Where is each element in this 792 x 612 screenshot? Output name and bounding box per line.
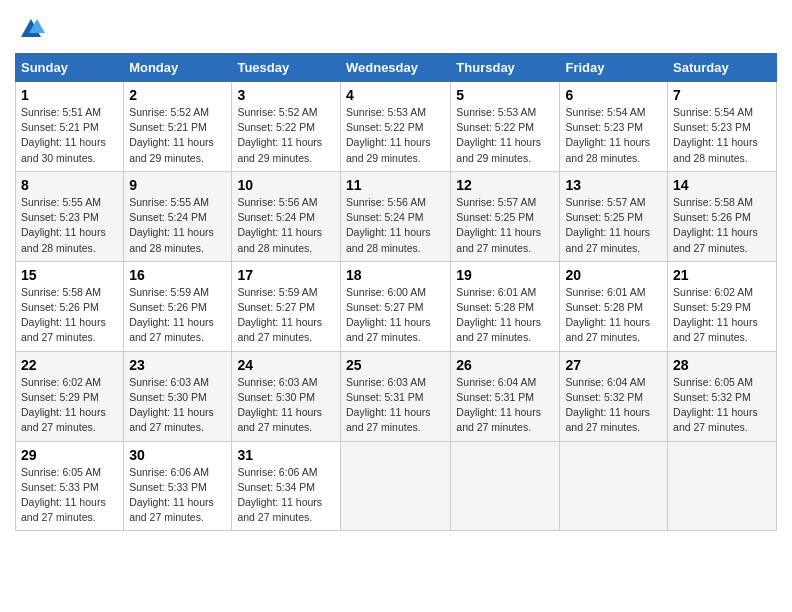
calendar-cell [560,441,668,531]
calendar-header-row: SundayMondayTuesdayWednesdayThursdayFrid… [16,54,777,82]
weekday-header: Monday [124,54,232,82]
calendar-cell: 24Sunrise: 6:03 AMSunset: 5:30 PMDayligh… [232,351,341,441]
calendar-cell [451,441,560,531]
calendar-cell: 5Sunrise: 5:53 AMSunset: 5:22 PMDaylight… [451,82,560,172]
weekday-header: Friday [560,54,668,82]
day-detail: Sunrise: 5:53 AMSunset: 5:22 PMDaylight:… [456,106,541,164]
day-detail: Sunrise: 5:59 AMSunset: 5:27 PMDaylight:… [237,286,322,344]
day-detail: Sunrise: 6:05 AMSunset: 5:33 PMDaylight:… [21,466,106,524]
day-number: 19 [456,267,554,283]
calendar-cell: 25Sunrise: 6:03 AMSunset: 5:31 PMDayligh… [340,351,450,441]
day-number: 18 [346,267,445,283]
day-number: 29 [21,447,118,463]
calendar-cell: 14Sunrise: 5:58 AMSunset: 5:26 PMDayligh… [668,171,777,261]
day-number: 24 [237,357,335,373]
day-number: 16 [129,267,226,283]
day-detail: Sunrise: 5:51 AMSunset: 5:21 PMDaylight:… [21,106,106,164]
calendar-cell: 15Sunrise: 5:58 AMSunset: 5:26 PMDayligh… [16,261,124,351]
calendar-cell: 27Sunrise: 6:04 AMSunset: 5:32 PMDayligh… [560,351,668,441]
day-detail: Sunrise: 5:54 AMSunset: 5:23 PMDaylight:… [565,106,650,164]
day-number: 1 [21,87,118,103]
day-number: 6 [565,87,662,103]
calendar-cell: 9Sunrise: 5:55 AMSunset: 5:24 PMDaylight… [124,171,232,261]
calendar-cell: 22Sunrise: 6:02 AMSunset: 5:29 PMDayligh… [16,351,124,441]
calendar-week-row: 15Sunrise: 5:58 AMSunset: 5:26 PMDayligh… [16,261,777,351]
day-detail: Sunrise: 5:54 AMSunset: 5:23 PMDaylight:… [673,106,758,164]
weekday-header: Thursday [451,54,560,82]
day-number: 26 [456,357,554,373]
day-detail: Sunrise: 5:53 AMSunset: 5:22 PMDaylight:… [346,106,431,164]
day-detail: Sunrise: 6:05 AMSunset: 5:32 PMDaylight:… [673,376,758,434]
day-detail: Sunrise: 5:57 AMSunset: 5:25 PMDaylight:… [565,196,650,254]
calendar-cell [340,441,450,531]
day-detail: Sunrise: 6:06 AMSunset: 5:34 PMDaylight:… [237,466,322,524]
weekday-header: Tuesday [232,54,341,82]
day-number: 8 [21,177,118,193]
calendar-cell: 28Sunrise: 6:05 AMSunset: 5:32 PMDayligh… [668,351,777,441]
day-number: 31 [237,447,335,463]
calendar-cell: 1Sunrise: 5:51 AMSunset: 5:21 PMDaylight… [16,82,124,172]
weekday-header: Saturday [668,54,777,82]
calendar-cell: 31Sunrise: 6:06 AMSunset: 5:34 PMDayligh… [232,441,341,531]
day-detail: Sunrise: 5:52 AMSunset: 5:22 PMDaylight:… [237,106,322,164]
calendar-cell: 20Sunrise: 6:01 AMSunset: 5:28 PMDayligh… [560,261,668,351]
calendar-cell: 19Sunrise: 6:01 AMSunset: 5:28 PMDayligh… [451,261,560,351]
day-detail: Sunrise: 6:03 AMSunset: 5:30 PMDaylight:… [237,376,322,434]
day-number: 21 [673,267,771,283]
day-detail: Sunrise: 5:55 AMSunset: 5:23 PMDaylight:… [21,196,106,254]
day-number: 4 [346,87,445,103]
day-number: 11 [346,177,445,193]
day-detail: Sunrise: 6:03 AMSunset: 5:30 PMDaylight:… [129,376,214,434]
calendar-cell: 29Sunrise: 6:05 AMSunset: 5:33 PMDayligh… [16,441,124,531]
weekday-header: Wednesday [340,54,450,82]
day-detail: Sunrise: 5:56 AMSunset: 5:24 PMDaylight:… [346,196,431,254]
day-number: 3 [237,87,335,103]
logo [15,15,45,43]
day-detail: Sunrise: 6:02 AMSunset: 5:29 PMDaylight:… [673,286,758,344]
day-detail: Sunrise: 5:58 AMSunset: 5:26 PMDaylight:… [673,196,758,254]
day-detail: Sunrise: 6:04 AMSunset: 5:31 PMDaylight:… [456,376,541,434]
calendar-week-row: 22Sunrise: 6:02 AMSunset: 5:29 PMDayligh… [16,351,777,441]
day-detail: Sunrise: 6:06 AMSunset: 5:33 PMDaylight:… [129,466,214,524]
calendar-week-row: 29Sunrise: 6:05 AMSunset: 5:33 PMDayligh… [16,441,777,531]
calendar-cell: 7Sunrise: 5:54 AMSunset: 5:23 PMDaylight… [668,82,777,172]
day-detail: Sunrise: 6:04 AMSunset: 5:32 PMDaylight:… [565,376,650,434]
day-number: 30 [129,447,226,463]
calendar-cell [668,441,777,531]
logo-icon [17,15,45,43]
calendar-cell: 16Sunrise: 5:59 AMSunset: 5:26 PMDayligh… [124,261,232,351]
day-detail: Sunrise: 6:01 AMSunset: 5:28 PMDaylight:… [456,286,541,344]
calendar-cell: 10Sunrise: 5:56 AMSunset: 5:24 PMDayligh… [232,171,341,261]
day-number: 12 [456,177,554,193]
calendar-cell: 21Sunrise: 6:02 AMSunset: 5:29 PMDayligh… [668,261,777,351]
day-detail: Sunrise: 6:03 AMSunset: 5:31 PMDaylight:… [346,376,431,434]
day-number: 15 [21,267,118,283]
calendar-week-row: 1Sunrise: 5:51 AMSunset: 5:21 PMDaylight… [16,82,777,172]
calendar-cell: 26Sunrise: 6:04 AMSunset: 5:31 PMDayligh… [451,351,560,441]
day-number: 25 [346,357,445,373]
day-number: 10 [237,177,335,193]
day-detail: Sunrise: 6:02 AMSunset: 5:29 PMDaylight:… [21,376,106,434]
calendar-cell: 18Sunrise: 6:00 AMSunset: 5:27 PMDayligh… [340,261,450,351]
day-detail: Sunrise: 5:56 AMSunset: 5:24 PMDaylight:… [237,196,322,254]
day-number: 17 [237,267,335,283]
day-number: 23 [129,357,226,373]
calendar-cell: 17Sunrise: 5:59 AMSunset: 5:27 PMDayligh… [232,261,341,351]
day-detail: Sunrise: 5:59 AMSunset: 5:26 PMDaylight:… [129,286,214,344]
calendar-table: SundayMondayTuesdayWednesdayThursdayFrid… [15,53,777,531]
day-detail: Sunrise: 6:00 AMSunset: 5:27 PMDaylight:… [346,286,431,344]
day-detail: Sunrise: 5:55 AMSunset: 5:24 PMDaylight:… [129,196,214,254]
day-number: 13 [565,177,662,193]
calendar-cell: 3Sunrise: 5:52 AMSunset: 5:22 PMDaylight… [232,82,341,172]
day-number: 28 [673,357,771,373]
calendar-week-row: 8Sunrise: 5:55 AMSunset: 5:23 PMDaylight… [16,171,777,261]
day-number: 5 [456,87,554,103]
day-number: 9 [129,177,226,193]
day-number: 2 [129,87,226,103]
calendar-cell: 8Sunrise: 5:55 AMSunset: 5:23 PMDaylight… [16,171,124,261]
calendar-cell: 4Sunrise: 5:53 AMSunset: 5:22 PMDaylight… [340,82,450,172]
day-number: 20 [565,267,662,283]
calendar-cell: 12Sunrise: 5:57 AMSunset: 5:25 PMDayligh… [451,171,560,261]
day-number: 27 [565,357,662,373]
calendar-body: 1Sunrise: 5:51 AMSunset: 5:21 PMDaylight… [16,82,777,531]
